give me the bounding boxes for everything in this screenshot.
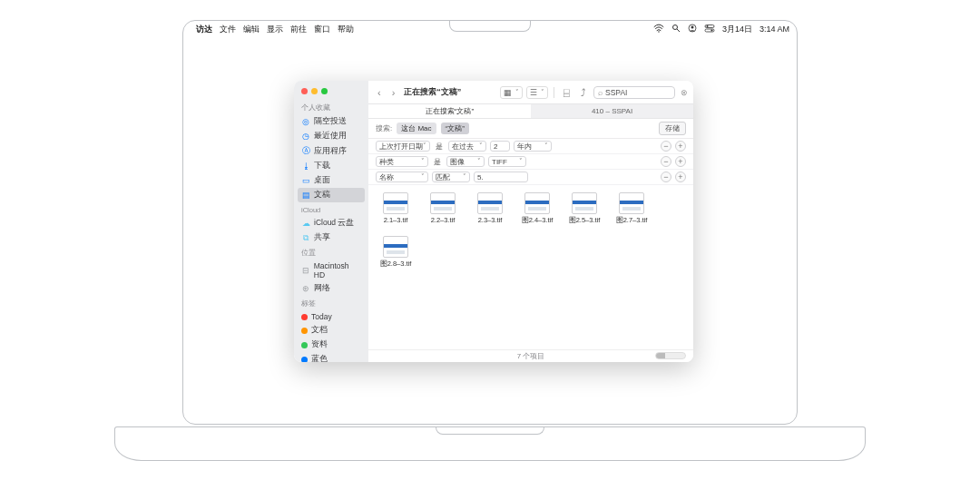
sidebar-item-desktop[interactable]: ▭桌面 <box>294 173 368 188</box>
clock-icon: ◷ <box>301 132 310 141</box>
filter-attribute-select[interactable]: 种类˅ <box>376 156 428 167</box>
filter-value-input[interactable]: 2 <box>490 141 510 152</box>
scope-label: 搜索: <box>376 123 392 133</box>
sidebar-tag[interactable]: 资料 <box>294 338 368 352</box>
filter-attribute-select[interactable]: 名称˅ <box>376 172 428 182</box>
finder-sidebar: 个人收藏 ◎隔空投送 ◷最近使用 Ⓐ应用程序 ⭳下载 ▭桌面 ▤文稿 iClou… <box>294 81 368 362</box>
search-field[interactable]: ⌕ SSPAI <box>593 86 675 99</box>
sidebar-item-label: 桌面 <box>314 175 330 186</box>
minimize-button[interactable] <box>311 88 318 94</box>
grid-icon: ▦ <box>504 88 512 97</box>
apps-icon: Ⓐ <box>301 145 310 157</box>
sidebar-item-label: 文稿 <box>314 190 330 201</box>
chevron-down-icon: ˅ <box>463 173 466 181</box>
cloud-icon: ☁ <box>301 219 310 228</box>
add-filter-button[interactable]: + <box>675 156 686 167</box>
sidebar-item-recents[interactable]: ◷最近使用 <box>294 129 368 143</box>
user-icon[interactable] <box>688 24 697 34</box>
sidebar-item-label: Today <box>311 312 332 321</box>
menubar-date[interactable]: 3月14日 <box>722 24 752 35</box>
remove-filter-button[interactable]: − <box>661 156 671 167</box>
window-title: 正在搜索“文稿” <box>404 86 461 98</box>
file-item[interactable]: 2.1–3.tif <box>377 192 414 225</box>
sidebar-item-downloads[interactable]: ⭳下载 <box>294 159 368 173</box>
back-button[interactable]: ‹ <box>374 86 385 99</box>
tab[interactable]: 正在搜索“文稿” <box>368 104 531 118</box>
sidebar-item-applications[interactable]: Ⓐ应用程序 <box>294 143 368 159</box>
spotlight-icon[interactable] <box>671 24 681 34</box>
menubar-item[interactable]: 帮助 <box>338 24 354 35</box>
tiff-file-icon <box>619 192 644 214</box>
sidebar-item-network[interactable]: ⊛网络 <box>294 281 368 296</box>
menubar-time[interactable]: 3:14 AM <box>760 24 789 34</box>
menubar-item[interactable]: 前往 <box>290 24 307 35</box>
menubar-item[interactable]: 文件 <box>220 24 236 35</box>
svg-point-4 <box>691 26 693 29</box>
remove-filter-button[interactable]: − <box>661 172 671 182</box>
file-item[interactable]: 图2.7–3.tif <box>613 192 650 225</box>
control-center-icon[interactable] <box>704 24 715 34</box>
filter-match-select[interactable]: 匹配˅ <box>432 172 470 182</box>
clear-search-button[interactable]: ⊗ <box>681 88 688 97</box>
search-filter-row: 名称˅ 匹配˅ 5. − + <box>368 170 693 185</box>
sidebar-item-icloud[interactable]: ☁iCloud 云盘 <box>294 216 368 230</box>
chevron-down-icon: ˅ <box>515 89 519 96</box>
tab-label: 正在搜索“文稿” <box>426 106 474 116</box>
chevron-down-icon: ˅ <box>519 158 523 165</box>
filter-format-select[interactable]: TIFF˅ <box>488 156 526 167</box>
sidebar-item-label: 网络 <box>314 283 330 294</box>
tab[interactable]: 410 – SSPAI <box>531 104 693 118</box>
tiff-file-icon <box>383 236 408 258</box>
chevron-down-icon: ˅ <box>479 142 483 150</box>
sidebar-tag[interactable]: 蓝色 <box>294 352 368 362</box>
menubar-item[interactable]: 显示 <box>267 24 283 35</box>
list-icon: ☰ <box>530 88 537 97</box>
icon-size-slider[interactable] <box>655 352 686 359</box>
zoom-button[interactable] <box>321 88 328 94</box>
search-query: SSPAI <box>605 88 627 97</box>
tab-bar: 正在搜索“文稿” 410 – SSPAI <box>368 104 693 119</box>
wifi-icon[interactable] <box>653 24 664 34</box>
download-icon: ⭳ <box>301 162 310 171</box>
scope-documents[interactable]: “文稿” <box>441 122 469 134</box>
close-button[interactable] <box>301 88 308 94</box>
filter-relation-select[interactable]: 在过去˅ <box>448 141 486 152</box>
forward-button[interactable]: › <box>388 86 399 99</box>
scope-this-mac[interactable]: 这台 Mac <box>397 122 436 134</box>
new-folder-button[interactable]: ⌸ <box>560 86 573 99</box>
file-item[interactable]: 图2.4–3.tif <box>519 192 555 225</box>
menubar-item[interactable]: 编辑 <box>243 24 260 35</box>
add-filter-button[interactable]: + <box>675 141 686 152</box>
sidebar-tag[interactable]: 文档 <box>294 323 368 338</box>
sidebar-tag[interactable]: Today <box>294 310 368 323</box>
share-button[interactable]: ⤴ <box>577 86 590 99</box>
file-item[interactable]: 2.2–3.tif <box>425 192 461 225</box>
group-button[interactable]: ☰˅ <box>526 86 548 99</box>
menubar-item[interactable]: 窗口 <box>314 24 330 35</box>
remove-filter-button[interactable]: − <box>661 141 671 152</box>
sidebar-item-disk[interactable]: ⊟Macintosh HD <box>294 260 368 281</box>
view-icon-button[interactable]: ▦˅ <box>500 86 523 99</box>
file-label: 图2.8–3.tif <box>380 260 412 269</box>
sidebar-heading: iCloud <box>294 202 368 216</box>
filter-name-input[interactable]: 5. <box>474 172 528 182</box>
disk-icon: ⊟ <box>301 266 310 275</box>
tiff-file-icon <box>383 192 408 214</box>
save-search-button[interactable]: 存储 <box>659 122 686 135</box>
file-item[interactable]: 图2.8–3.tif <box>377 236 414 269</box>
file-item[interactable]: 2.3–3.tif <box>472 192 508 225</box>
chevron-down-icon: ˅ <box>541 89 544 96</box>
filter-unit-select[interactable]: 年内˅ <box>514 141 552 152</box>
search-filter-row: 上次打开日期˅ 是 在过去˅ 2 年内˅ − + <box>368 139 693 154</box>
sidebar-item-documents[interactable]: ▤文稿 <box>298 188 365 202</box>
filter-attribute-select[interactable]: 上次打开日期˅ <box>376 141 430 152</box>
tag-dot-icon <box>301 357 308 363</box>
sidebar-item-label: 资料 <box>311 339 328 350</box>
sidebar-item-shared[interactable]: ⧉共享 <box>294 230 368 245</box>
sidebar-item-airdrop[interactable]: ◎隔空投送 <box>294 114 368 129</box>
menubar-app-name[interactable]: 访达 <box>196 24 212 35</box>
add-filter-button[interactable]: + <box>675 172 686 182</box>
filter-kind-select[interactable]: 图像˅ <box>446 156 485 167</box>
file-item[interactable]: 图2.5–3.tif <box>566 192 603 225</box>
file-icon-view[interactable]: 2.1–3.tif 2.2–3.tif 2.3–3.tif 图2.4–3.tif… <box>368 185 693 349</box>
